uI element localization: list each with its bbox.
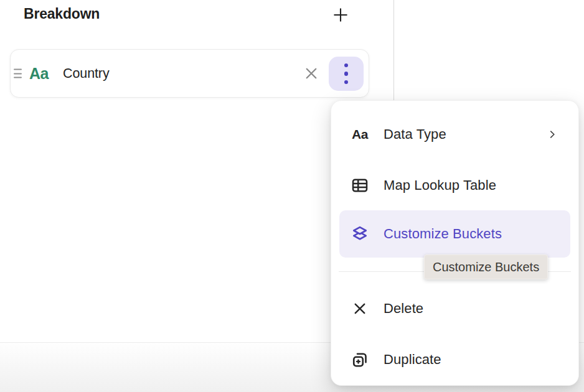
chevron-right-icon [547,129,558,140]
customize-buckets-tooltip: Customize Buckets [424,254,548,279]
menu-item-data-type[interactable]: Aa Data Type [331,119,578,150]
drag-handle-icon[interactable] [14,69,22,78]
data-type-icon: Aa [350,124,370,144]
breakdown-panel: Breakdown Aa Country Aa [0,0,584,392]
close-icon [302,64,321,83]
menu-item-label: Delete [384,301,423,317]
menu-item-label: Map Lookup Table [384,177,496,194]
field-name-label: Country [63,66,110,82]
menu-item-customize-buckets[interactable]: Customize Buckets [339,210,570,258]
menu-item-map-lookup-table[interactable]: Map Lookup Table [331,170,578,201]
breakdown-field-card[interactable]: Aa Country [10,49,369,98]
add-breakdown-button[interactable] [330,4,351,26]
menu-item-label: Data Type [384,126,446,142]
page-title: Breakdown [24,6,100,22]
menu-item-delete[interactable]: Delete [331,293,578,324]
menu-item-label: Duplicate [384,352,441,368]
menu-item-duplicate[interactable]: Duplicate [331,344,578,375]
field-options-button[interactable] [329,57,364,91]
field-type-icon: Aa [29,65,49,83]
kebab-menu-icon [344,63,349,85]
table-icon [350,175,370,195]
duplicate-icon [350,350,370,370]
menu-item-label: Customize Buckets [384,226,502,242]
x-icon [350,299,370,319]
panel-divider [393,0,394,100]
plus-icon [331,6,350,24]
field-context-menu: Aa Data Type Map Lookup Table [331,100,579,386]
layers-icon [350,224,370,244]
remove-field-button[interactable] [301,63,321,83]
